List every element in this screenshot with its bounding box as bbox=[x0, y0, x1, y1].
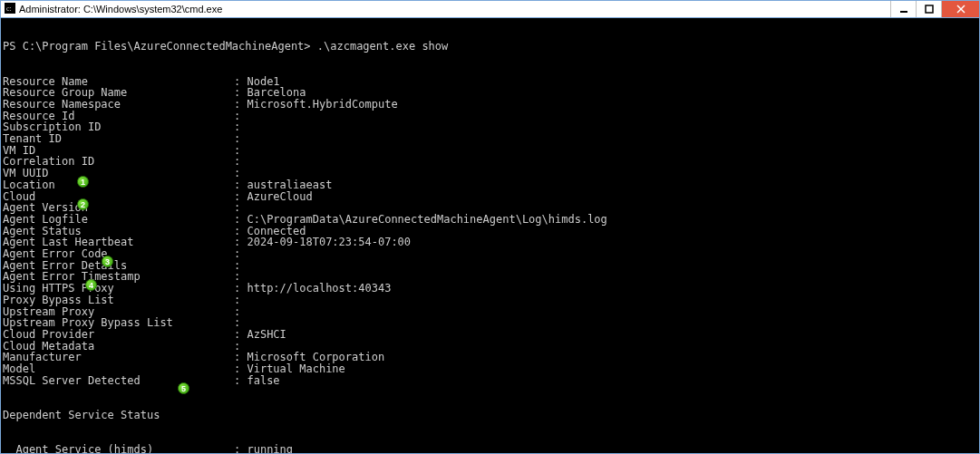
svg-rect-2 bbox=[900, 11, 907, 13]
kv-row: Location : australiaeast bbox=[3, 179, 977, 191]
kv-label: VM UUID bbox=[3, 168, 234, 179]
kv-value: AzureCloud bbox=[247, 191, 312, 203]
prompt: PS C:\Program Files\AzureConnectedMachin… bbox=[3, 41, 317, 53]
kv-label: Using HTTPS Proxy bbox=[3, 283, 234, 295]
kv-row: Agent Logfile : C:\ProgramData\AzureConn… bbox=[3, 214, 977, 226]
kv-label: Cloud Provider bbox=[3, 329, 234, 341]
maximize-button[interactable] bbox=[916, 1, 941, 17]
kv-label: Proxy Bypass List bbox=[3, 295, 234, 306]
dep-row: Agent Service (himds) : running bbox=[3, 444, 977, 453]
svg-text:c:: c: bbox=[6, 5, 12, 13]
kv-value: false bbox=[247, 375, 279, 387]
kv-row: Model : Virtual Machine bbox=[3, 363, 977, 375]
kv-row: Using HTTPS Proxy : http://localhost:403… bbox=[3, 283, 977, 295]
kv-row: VM UUID : bbox=[3, 168, 977, 179]
kv-row: Proxy Bypass List : bbox=[3, 295, 977, 306]
kv-value: 2024-09-18T07:23:54-07:00 bbox=[247, 237, 411, 248]
kv-row: Resource Namespace : Microsoft.HybridCom… bbox=[3, 99, 977, 111]
kv-value: Virtual Machine bbox=[247, 363, 344, 375]
kv-label: Resource Namespace bbox=[3, 99, 234, 111]
close-button[interactable] bbox=[941, 1, 979, 17]
kv-value: Microsoft.HybridCompute bbox=[247, 99, 397, 111]
dep-label: Agent Service (himds) bbox=[3, 444, 234, 453]
window-title: Administrator: C:\Windows\system32\cmd.e… bbox=[19, 4, 890, 14]
callout-badge-4: 4 bbox=[85, 279, 97, 291]
command: .\azcmagent.exe show bbox=[317, 41, 449, 53]
callout-badge-3: 3 bbox=[102, 256, 113, 267]
prompt-line: PS C:\Program Files\AzureConnectedMachin… bbox=[3, 41, 977, 53]
kv-row: Tenant ID : bbox=[3, 133, 977, 145]
kv-label: Agent Error Code bbox=[3, 248, 234, 260]
kv-value: australiaeast bbox=[247, 179, 332, 191]
kv-label: Tenant ID bbox=[3, 133, 234, 145]
dep-value: running bbox=[247, 444, 293, 453]
cmd-window: c: Administrator: C:\Windows\system32\cm… bbox=[0, 0, 980, 454]
kv-row: Cloud Provider : AzSHCI bbox=[3, 329, 977, 341]
terminal-output[interactable]: PS C:\Program Files\AzureConnectedMachin… bbox=[1, 18, 979, 453]
kv-label: Agent Logfile bbox=[3, 214, 234, 226]
callout-badge-1: 1 bbox=[77, 176, 89, 188]
dependent-header: Dependent Service Status bbox=[3, 410, 977, 421]
kv-row: MSSQL Server Detected : false bbox=[3, 375, 977, 387]
kv-label: Model bbox=[3, 363, 234, 375]
callout-badge-5: 5 bbox=[178, 382, 189, 394]
kv-row: Agent Error Code : bbox=[3, 248, 977, 260]
minimize-button[interactable] bbox=[890, 1, 916, 17]
callout-badge-2: 2 bbox=[77, 198, 89, 210]
cmd-icon: c: bbox=[5, 3, 15, 15]
kv-label: Location bbox=[3, 179, 234, 191]
kv-value: http://localhost:40343 bbox=[247, 283, 391, 295]
kv-value: C:\ProgramData\AzureConnectedMachineAgen… bbox=[247, 214, 606, 226]
titlebar[interactable]: c: Administrator: C:\Windows\system32\cm… bbox=[1, 1, 979, 18]
kv-label: MSSQL Server Detected bbox=[3, 375, 234, 387]
svg-rect-3 bbox=[926, 5, 933, 13]
kv-value: AzSHCI bbox=[247, 329, 286, 341]
